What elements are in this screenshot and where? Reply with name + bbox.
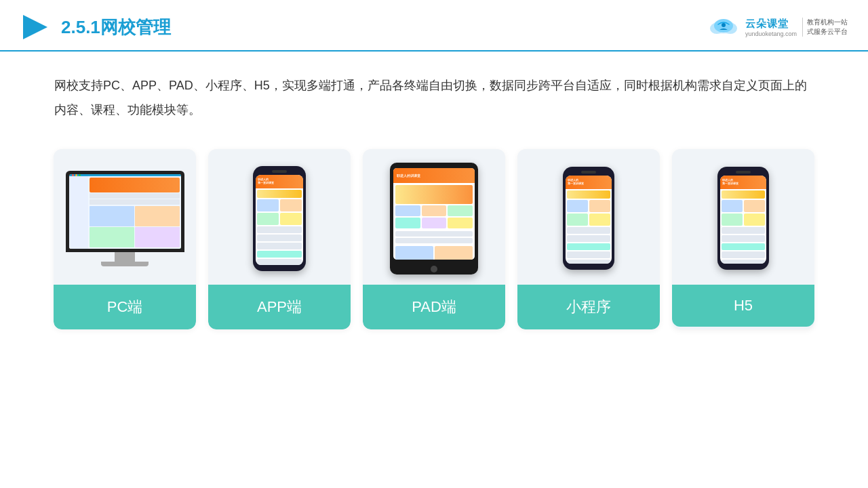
card-h5-label: H5 [672, 285, 814, 327]
header-left: 2.5.1网校管理 [20, 12, 171, 42]
logo-area: 云朵课堂 yunduoketang.com 教育机构一站 式服务云平台 [706, 14, 848, 41]
card-pc-image [54, 149, 196, 285]
app-phone-mockup: 职进人的第一堂训课堂 [253, 166, 306, 271]
card-miniprogram: 职进人的第一堂训课堂 [517, 149, 660, 329]
monitor-frame [66, 171, 184, 252]
card-app-image: 职进人的第一堂训课堂 [208, 149, 351, 285]
card-h5: 职进人的第一堂训课堂 [672, 149, 814, 329]
logo-url: yunduoketang.com [745, 30, 797, 37]
platform-cards: PC端 职进人的第一堂训课堂 [0, 136, 868, 350]
page-title: 2.5.1网校管理 [61, 16, 171, 39]
logo-text-area: 云朵课堂 yunduoketang.com [745, 18, 797, 37]
card-app: 职进人的第一堂训课堂 [208, 149, 351, 329]
pad-screen: 职进人的训课堂 [393, 168, 475, 260]
miniprogram-phone-mockup: 职进人的第一堂训课堂 [563, 167, 614, 270]
svg-marker-0 [23, 15, 47, 39]
h5-phone-mockup: 职进人的第一堂训课堂 [717, 167, 769, 270]
description-text: 网校支持PC、APP、PAD、小程序、H5，实现多端打通，产品各终端自由切换，数… [0, 52, 868, 136]
pc-mockup [66, 171, 184, 266]
pad-tablet-mockup: 职进人的训课堂 [390, 163, 478, 274]
cloud-logo-icon [706, 14, 741, 41]
app-phone-screen: 职进人的第一堂训课堂 [256, 175, 303, 265]
logo-name: 云朵课堂 [745, 18, 797, 30]
card-h5-image: 职进人的第一堂训课堂 [672, 149, 814, 285]
play-icon [20, 12, 50, 42]
card-pad: 职进人的训课堂 [363, 149, 505, 329]
monitor-screen [69, 174, 181, 249]
page-header: 2.5.1网校管理 云朵课堂 yunduoketang.com 教育机构一站 式… [0, 0, 868, 52]
card-app-label: APP端 [208, 285, 351, 329]
miniprogram-screen: 职进人的第一堂训课堂 [566, 176, 612, 264]
card-miniprogram-image: 职进人的第一堂训课堂 [517, 149, 660, 285]
h5-screen: 职进人的第一堂训课堂 [720, 176, 766, 264]
card-pad-label: PAD端 [363, 285, 505, 329]
card-miniprogram-label: 小程序 [517, 285, 660, 329]
card-pc: PC端 [54, 149, 196, 329]
svg-point-5 [722, 23, 726, 27]
card-pad-image: 职进人的训课堂 [363, 149, 505, 285]
card-pc-label: PC端 [54, 285, 196, 329]
logo-tagline: 教育机构一站 式服务云平台 [802, 18, 848, 37]
